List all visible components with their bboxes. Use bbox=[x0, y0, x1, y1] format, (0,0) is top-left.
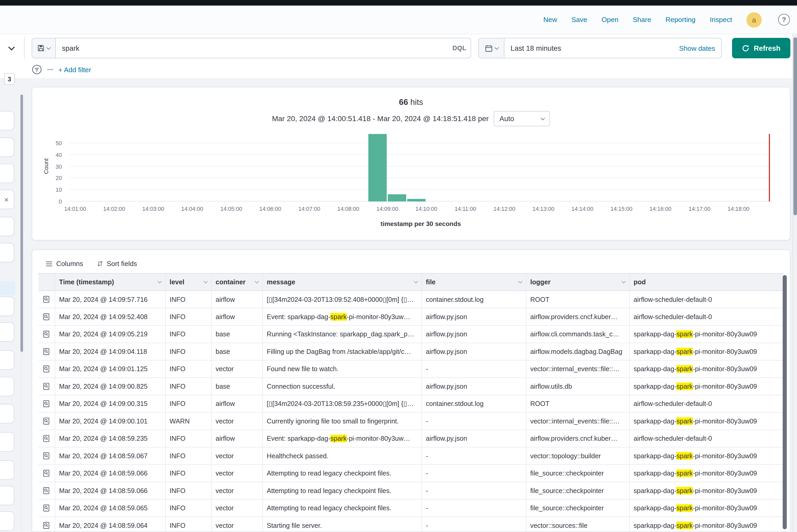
expand-cell bbox=[38, 360, 55, 377]
field-pill[interactable] bbox=[0, 460, 14, 480]
cell-level: INFO bbox=[165, 464, 211, 482]
cell-pod: sparkapp-dag-spark-pi-monitor-80y3uw09 bbox=[629, 360, 784, 377]
sort-chevron-icon[interactable] bbox=[157, 279, 162, 284]
nav-open[interactable]: Open bbox=[601, 16, 618, 23]
inspect-document-icon[interactable] bbox=[41, 346, 52, 357]
expand-cell bbox=[38, 447, 55, 464]
cell-file: - bbox=[422, 447, 526, 464]
x-tick-label: 14:06:00 bbox=[259, 206, 281, 212]
field-pill[interactable] bbox=[0, 511, 14, 531]
sort-chevron-icon[interactable] bbox=[518, 279, 522, 284]
histogram-bar[interactable] bbox=[407, 199, 426, 202]
histogram-bar[interactable] bbox=[368, 134, 387, 202]
nav-share[interactable]: Share bbox=[633, 16, 651, 23]
inspect-document-icon[interactable] bbox=[41, 433, 52, 444]
column-header-message[interactable]: message bbox=[262, 273, 422, 290]
sort-chevron-icon[interactable] bbox=[254, 279, 259, 284]
nav-reporting[interactable]: Reporting bbox=[665, 16, 695, 23]
column-header-container[interactable]: container bbox=[211, 273, 262, 290]
avatar[interactable]: a bbox=[746, 12, 762, 27]
field-pill[interactable] bbox=[0, 243, 14, 262]
cell-file: airflow.py.json bbox=[422, 325, 526, 343]
column-header-level[interactable]: level bbox=[165, 273, 211, 290]
nav-new[interactable]: New bbox=[543, 16, 557, 23]
columns-button[interactable]: Columns bbox=[45, 260, 83, 267]
field-pill[interactable] bbox=[0, 486, 14, 505]
sort-chevron-icon[interactable] bbox=[621, 279, 626, 284]
gridline bbox=[70, 177, 772, 178]
sort-fields-button[interactable]: Sort fields bbox=[96, 260, 137, 267]
cell-container: vector bbox=[211, 360, 262, 377]
cell-logger: airflow.utils.db bbox=[526, 378, 629, 395]
inspect-document-icon[interactable] bbox=[41, 468, 52, 479]
column-header-file[interactable]: file bbox=[422, 273, 526, 290]
inspect-document-icon[interactable] bbox=[41, 294, 52, 305]
field-pill[interactable]: × bbox=[0, 190, 14, 209]
inspect-document-icon[interactable] bbox=[41, 502, 52, 514]
nav-inspect[interactable]: Inspect bbox=[710, 16, 732, 23]
filter-circle-icon[interactable] bbox=[32, 64, 42, 75]
refresh-button[interactable]: Refresh bbox=[732, 38, 791, 58]
field-pill[interactable] bbox=[0, 322, 14, 342]
cell-level: WARN bbox=[165, 413, 211, 430]
search-input[interactable] bbox=[56, 38, 448, 58]
field-pill[interactable] bbox=[0, 432, 14, 452]
histogram-bar[interactable] bbox=[388, 195, 406, 202]
field-pill[interactable] bbox=[0, 217, 14, 236]
date-picker-button[interactable] bbox=[479, 38, 504, 58]
field-pill[interactable] bbox=[0, 297, 14, 316]
column-header-label: level bbox=[170, 278, 184, 286]
page-scrollbar-thumb[interactable] bbox=[793, 37, 797, 215]
nav-save[interactable]: Save bbox=[572, 16, 587, 23]
x-tick-label: 14:03:00 bbox=[142, 206, 164, 212]
inspect-document-icon[interactable] bbox=[41, 485, 52, 496]
field-pill[interactable] bbox=[0, 377, 14, 396]
column-header-logger[interactable]: logger bbox=[526, 273, 629, 290]
field-pill[interactable] bbox=[0, 404, 14, 423]
field-pill[interactable] bbox=[0, 137, 14, 157]
floppy-disk-icon bbox=[37, 44, 44, 52]
cell-container: base bbox=[211, 378, 262, 395]
field-pill[interactable] bbox=[0, 350, 14, 369]
inspect-document-icon[interactable] bbox=[41, 381, 52, 392]
cell-time: Mar 20, 2024 @ 14:09:00.101 bbox=[55, 413, 165, 430]
top-strip bbox=[0, 0, 797, 6]
inspect-document-icon[interactable] bbox=[41, 328, 52, 340]
show-dates-button[interactable]: Show dates bbox=[679, 44, 721, 52]
y-tick-label: 40 bbox=[56, 152, 62, 158]
saved-query-menu-button[interactable] bbox=[32, 38, 56, 58]
cell-time: Mar 20, 2024 @ 14:08:59.067 bbox=[55, 447, 165, 464]
field-pill-selected[interactable] bbox=[0, 281, 15, 296]
inspect-document-icon[interactable] bbox=[41, 520, 52, 531]
sort-chevron-icon[interactable] bbox=[203, 279, 208, 284]
cell-logger: file_source::checkpointer bbox=[526, 464, 629, 482]
table-row: Mar 20, 2024 @ 14:08:59.065INFOvectorAtt… bbox=[38, 499, 784, 517]
cell-container: vector bbox=[211, 517, 262, 532]
inspect-document-icon[interactable] bbox=[41, 450, 52, 461]
x-tick-label: 14:15:00 bbox=[610, 206, 632, 212]
highlight: spark bbox=[676, 452, 692, 459]
column-header-pod[interactable]: pod bbox=[629, 273, 784, 290]
add-filter-button[interactable]: + Add filter bbox=[58, 65, 91, 73]
cell-pod: airflow-scheduler-default-0 bbox=[629, 430, 784, 447]
inspect-document-icon[interactable] bbox=[41, 398, 52, 409]
inspect-document-icon[interactable] bbox=[41, 416, 52, 427]
field-pill[interactable] bbox=[0, 111, 14, 130]
cell-logger: airflow.cli.commands.task_c… bbox=[526, 325, 629, 343]
cell-level: INFO bbox=[165, 325, 211, 343]
sort-chevron-icon[interactable] bbox=[413, 279, 418, 284]
cell-pod: sparkapp-dag-spark-pi-monitor-80y3uw09 bbox=[629, 325, 784, 343]
help-icon[interactable]: ? bbox=[778, 14, 790, 26]
time-range-label[interactable]: Last 18 minutes bbox=[504, 44, 679, 52]
query-language-button[interactable]: DQL bbox=[448, 38, 471, 58]
column-header-time[interactable]: Time (timestamp) bbox=[55, 273, 165, 290]
inspect-document-icon[interactable] bbox=[41, 311, 52, 323]
table-scrollbar-thumb[interactable] bbox=[783, 275, 787, 529]
close-icon[interactable]: × bbox=[4, 196, 8, 203]
cell-container: airflow bbox=[211, 290, 262, 308]
inspect-document-icon[interactable] bbox=[41, 363, 52, 375]
sidebar-scrollbar-thumb[interactable] bbox=[20, 95, 23, 352]
field-pill[interactable] bbox=[0, 164, 14, 183]
date-picker: Last 18 minutes Show dates bbox=[478, 38, 722, 58]
interval-select[interactable]: Auto bbox=[494, 111, 550, 126]
